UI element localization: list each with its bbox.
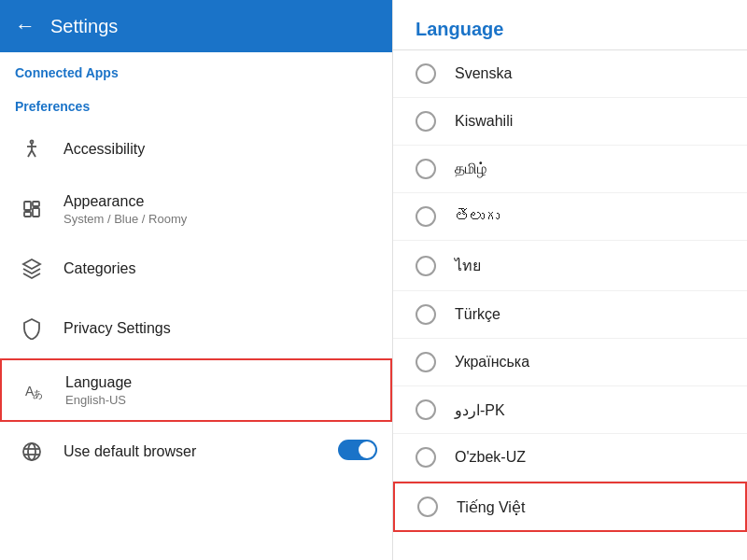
language-name-thai: ไทย [455,254,481,277]
svg-rect-6 [33,202,39,206]
language-name-tamil: தமிழ் [455,161,486,177]
language-name-svenska: Svenska [455,65,512,82]
radio-tamil [416,159,436,179]
appearance-subtitle: System / Blue / Roomy [63,212,187,226]
language-text: Language English-US [65,374,132,407]
svg-point-0 [31,141,34,144]
settings-item-categories[interactable]: Categories [0,239,392,299]
settings-header: ← Settings [0,0,392,52]
radio-urdu [416,399,436,420]
language-item-ukrainian[interactable]: Українська [393,339,747,386]
language-name-turkce: Türkçe [455,306,500,323]
language-item-telugu[interactable]: తెలుగు [393,193,747,241]
categories-icon [15,252,49,286]
accessibility-title: Accessibility [63,141,145,158]
language-panel-header: Language [393,0,747,50]
right-panel: Language SvenskaKiswahiliதமிழ்తెలుగుไทยT… [392,0,747,560]
language-name-uzbek: O'zbek-UZ [455,449,526,466]
language-name-vietnamese: Tiếng Việt [457,498,525,516]
language-item-turkce[interactable]: Türkçe [393,291,747,339]
svg-point-12 [28,443,35,460]
privacy-text: Privacy Settings [63,320,171,337]
language-items: SvenskaKiswahiliதமிழ்తెలుగుไทยTürkçeУкра… [393,50,747,532]
radio-thai [416,256,436,276]
language-list: Language SvenskaKiswahiliதமிழ்తెలుగుไทยT… [393,0,747,560]
settings-item-language[interactable]: A あ Language English-US [0,358,392,422]
privacy-title: Privacy Settings [63,320,171,337]
svg-point-11 [23,443,40,460]
categories-title: Categories [63,260,135,277]
left-panel: ← Settings Connected Apps Preferences Ac… [0,0,392,560]
accessibility-text: Accessibility [63,141,145,158]
settings-item-privacy[interactable]: Privacy Settings [0,299,392,358]
language-item-kiswahili[interactable]: Kiswahili [393,98,747,146]
settings-item-appearance[interactable]: Appearance System / Blue / Roomy [0,179,392,239]
browser-toggle[interactable] [338,440,377,464]
settings-item-accessibility[interactable]: Accessibility [0,119,392,179]
radio-svenska [416,63,436,84]
language-name-telugu: తెలుగు [455,208,500,225]
radio-ukrainian [416,352,436,372]
appearance-icon [15,192,49,226]
language-item-tamil[interactable]: தமிழ் [393,146,747,193]
language-subtitle: English-US [65,393,132,407]
svg-rect-5 [24,202,31,210]
preferences-label[interactable]: Preferences [0,86,392,119]
radio-telugu [416,206,436,227]
back-button[interactable]: ← [15,14,35,38]
language-name-ukrainian: Українська [455,354,529,371]
language-item-thai[interactable]: ไทย [393,241,747,291]
settings-title: Settings [50,16,118,37]
browser-icon [15,435,49,469]
svg-line-3 [28,150,32,157]
categories-text: Categories [63,260,135,277]
settings-item-browser[interactable]: Use default browser [0,422,392,482]
svg-rect-8 [24,212,31,217]
language-item-svenska[interactable]: Svenska [393,50,747,98]
language-name-kiswahili: Kiswahili [455,113,513,130]
appearance-text: Appearance System / Blue / Roomy [63,193,187,226]
svg-line-4 [32,150,35,157]
language-item-vietnamese[interactable]: Tiếng Việt [393,482,747,532]
browser-title: Use default browser [63,443,196,460]
language-icon: A あ [17,373,50,407]
language-name-urdu: اردو-PK [455,401,505,419]
language-item-uzbek[interactable]: O'zbek-UZ [393,434,747,482]
appearance-title: Appearance [63,193,187,210]
svg-text:あ: あ [33,388,43,399]
connected-apps-label[interactable]: Connected Apps [0,52,392,86]
radio-uzbek [416,447,436,468]
radio-turkce [416,304,436,325]
browser-text: Use default browser [63,443,196,460]
radio-vietnamese [417,497,438,517]
accessibility-icon [15,133,49,166]
svg-rect-7 [33,208,39,217]
privacy-icon [15,312,49,345]
radio-kiswahili [416,111,436,132]
language-item-urdu[interactable]: اردو-PK [393,386,747,434]
language-title: Language [65,374,132,391]
